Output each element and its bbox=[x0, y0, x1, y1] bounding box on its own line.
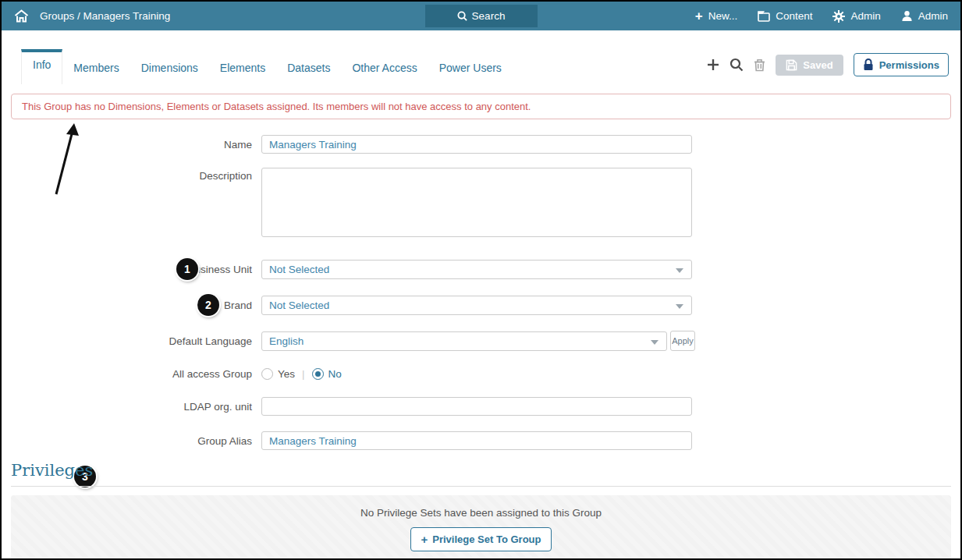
all-access-radio-group: Yes | No bbox=[261, 368, 342, 380]
privileges-title: Privileges bbox=[11, 461, 93, 480]
delete-button[interactable] bbox=[754, 58, 765, 72]
search-label: Search bbox=[472, 10, 506, 22]
plus-icon bbox=[707, 58, 719, 71]
admin-settings-label: Admin bbox=[850, 10, 880, 22]
form-row-ldap: LDAP org. unit bbox=[2, 397, 704, 416]
name-input[interactable] bbox=[261, 135, 692, 154]
record-toolbar: Saved Permissions bbox=[707, 53, 949, 76]
brand-select[interactable]: Not Selected bbox=[261, 296, 692, 315]
callout-1: 1 bbox=[176, 258, 198, 280]
radio-separator: | bbox=[302, 368, 305, 380]
plus-icon: + bbox=[421, 533, 428, 545]
form-row-description: Description bbox=[2, 168, 704, 237]
tab-other-access[interactable]: Other Access bbox=[341, 49, 428, 84]
folder-icon bbox=[758, 11, 770, 22]
home-icon[interactable] bbox=[14, 9, 29, 23]
all-access-label: All access Group bbox=[2, 368, 261, 380]
plus-icon: + bbox=[695, 9, 703, 23]
tab-dimensions[interactable]: Dimensions bbox=[130, 49, 209, 84]
all-access-no-label: No bbox=[328, 368, 342, 380]
form-row-group-alias: Group Alias bbox=[2, 431, 704, 450]
form-row-business-unit: Business Unit Not Selected bbox=[2, 260, 704, 279]
admin-settings-button[interactable]: Admin bbox=[832, 10, 880, 23]
all-access-yes-label: Yes bbox=[278, 368, 295, 380]
default-language-label: Default Language bbox=[2, 335, 261, 347]
default-language-value: English bbox=[269, 335, 304, 347]
business-unit-select[interactable]: Not Selected bbox=[261, 260, 692, 279]
business-unit-value: Not Selected bbox=[269, 264, 329, 275]
add-button[interactable] bbox=[707, 58, 719, 71]
warning-banner: This Group has no Dimensions, Elements o… bbox=[11, 94, 951, 119]
permissions-button[interactable]: Permissions bbox=[854, 53, 949, 76]
tab-elements[interactable]: Elements bbox=[209, 49, 276, 84]
saved-button[interactable]: Saved bbox=[776, 55, 843, 76]
permissions-label: Permissions bbox=[879, 59, 939, 71]
search-icon bbox=[457, 11, 467, 21]
description-input[interactable] bbox=[261, 168, 692, 237]
privileges-divider bbox=[11, 486, 951, 487]
lock-icon bbox=[863, 58, 874, 71]
form-row-default-language: Default Language English Apply bbox=[2, 331, 704, 351]
page: Groups / Managers Training Search + New.… bbox=[0, 0, 962, 560]
content-button[interactable]: Content bbox=[758, 10, 812, 22]
tab-info[interactable]: Info bbox=[21, 49, 62, 84]
all-access-yes-radio[interactable]: Yes bbox=[261, 368, 295, 380]
brand-value: Not Selected bbox=[269, 299, 329, 311]
name-label: Name bbox=[2, 139, 261, 151]
search-icon bbox=[729, 58, 744, 72]
business-unit-label: Business Unit bbox=[2, 264, 261, 275]
privileges-empty-text: No Privilege Sets have been assigned to … bbox=[11, 507, 951, 519]
tab-members[interactable]: Members bbox=[62, 49, 130, 84]
add-privilege-set-label: Privilege Set To Group bbox=[432, 533, 541, 545]
group-alias-input[interactable] bbox=[261, 431, 692, 450]
new-label: New... bbox=[708, 10, 738, 22]
chevron-down-icon bbox=[651, 340, 658, 345]
apply-button[interactable]: Apply bbox=[670, 331, 695, 351]
admin-user-label: Admin bbox=[918, 10, 948, 22]
chevron-down-icon bbox=[676, 268, 683, 273]
add-privilege-set-button[interactable]: + Privilege Set To Group bbox=[410, 527, 552, 551]
ldap-label: LDAP org. unit bbox=[2, 401, 261, 413]
trash-icon bbox=[754, 58, 765, 72]
admin-user-button[interactable]: Admin bbox=[901, 10, 948, 22]
privileges-panel: No Privilege Sets have been assigned to … bbox=[11, 495, 951, 558]
chevron-down-icon bbox=[676, 304, 683, 309]
tab-bar: Info Members Dimensions Elements Dataset… bbox=[21, 49, 513, 84]
saved-label: Saved bbox=[803, 59, 832, 71]
ldap-input[interactable] bbox=[261, 397, 692, 416]
topbar: Groups / Managers Training Search + New.… bbox=[2, 2, 960, 30]
radio-icon bbox=[261, 368, 273, 380]
radio-icon bbox=[312, 368, 324, 380]
form-row-brand: Brand Not Selected bbox=[2, 296, 704, 315]
tab-datasets[interactable]: Datasets bbox=[276, 49, 341, 84]
topbar-actions: + New... Content bbox=[695, 9, 948, 23]
description-label: Description bbox=[2, 170, 261, 182]
callout-2: 2 bbox=[197, 294, 219, 316]
search-input[interactable]: Search bbox=[425, 5, 538, 27]
form-row-all-access: All access Group Yes | No bbox=[2, 366, 704, 381]
group-alias-label: Group Alias bbox=[2, 435, 261, 447]
gear-icon bbox=[832, 10, 845, 23]
tab-power-users[interactable]: Power Users bbox=[428, 49, 513, 84]
default-language-select[interactable]: English bbox=[261, 331, 667, 351]
content-label: Content bbox=[776, 10, 812, 22]
brand-label: Brand bbox=[2, 299, 261, 311]
new-button[interactable]: + New... bbox=[695, 9, 737, 23]
user-icon bbox=[901, 10, 913, 22]
form-row-name: Name bbox=[2, 135, 704, 154]
search-record-button[interactable] bbox=[729, 58, 744, 72]
breadcrumb[interactable]: Groups / Managers Training bbox=[40, 10, 170, 22]
save-icon bbox=[786, 59, 797, 71]
all-access-no-radio[interactable]: No bbox=[312, 368, 342, 380]
